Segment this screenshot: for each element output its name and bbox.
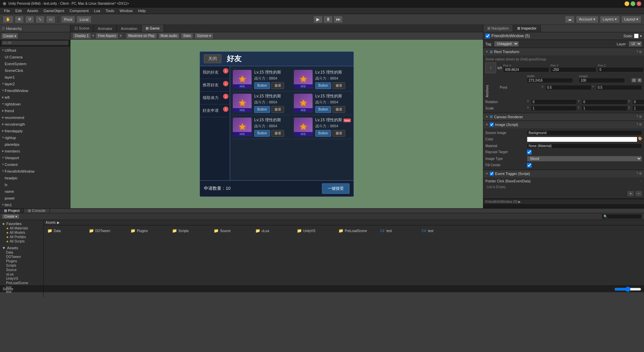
layout-button[interactable]: Layout ▾ — [621, 16, 641, 23]
rect-tool-button[interactable]: ▭ — [46, 16, 55, 23]
tree-plugins[interactable]: Plugins — [1, 259, 43, 263]
tree-scripts[interactable]: Scripts — [1, 263, 43, 268]
tab-animator[interactable]: Animator — [94, 25, 117, 32]
tree-item-friend[interactable]: ▶friend — [0, 107, 70, 114]
pivot-button[interactable]: Pivot — [61, 16, 75, 23]
pos-z-input[interactable] — [598, 67, 644, 72]
pause-button[interactable]: ⏸ — [323, 16, 333, 23]
tag-select[interactable]: Untagged — [494, 41, 519, 47]
scale-z-input[interactable] — [632, 106, 644, 111]
scale-y-input[interactable] — [582, 106, 628, 111]
img-ref-icon[interactable]: ? — [636, 123, 638, 126]
play-button[interactable]: ▶ — [313, 16, 323, 23]
friend-button-6[interactable]: Button — [315, 130, 331, 137]
hierarchy-search[interactable] — [1, 40, 69, 45]
friend-button-3[interactable]: Button — [254, 106, 270, 113]
tree-item-sceneclick[interactable]: SceneClick — [0, 67, 70, 74]
tab-navigation[interactable]: ⊞ Navigation — [483, 25, 513, 32]
close-button[interactable]: ✕ — [637, 1, 641, 6]
favorites-header[interactable]: ★ Favorites — [1, 221, 43, 226]
tree-data[interactable]: Data — [1, 250, 43, 255]
tree-item-headpic[interactable]: headpic — [0, 175, 70, 181]
tree-item-planetips[interactable]: planetips — [0, 141, 70, 148]
scale-tool-button[interactable]: ⤡ — [36, 16, 45, 23]
tree-item-recommend[interactable]: ▶recommend — [0, 114, 70, 121]
menu-edit[interactable]: Edit — [13, 7, 24, 14]
raycast-checkbox[interactable] — [527, 150, 532, 155]
image-enabled-checkbox[interactable] — [490, 123, 494, 127]
friend-chat-1[interactable]: 邀请 — [271, 82, 284, 89]
tree-preloadscene[interactable]: PreLoadScene — [1, 281, 43, 285]
asset-preloadscene[interactable]: 📁 PreLoadScene — [337, 227, 377, 234]
pos-x-input[interactable] — [503, 67, 549, 72]
tree-item-recvstrength[interactable]: ▶recvstrength — [0, 121, 70, 128]
friend-chat-5[interactable]: 邀请 — [271, 130, 284, 137]
tab-recommend-friends[interactable]: 推荐好友 1 — [200, 79, 230, 92]
maximize-on-play-button[interactable]: Maximize on Play — [126, 33, 157, 39]
scale-x-input[interactable] — [531, 106, 577, 111]
tab-scene[interactable]: ☷ Scene — [70, 25, 94, 32]
hierarchy-create-button[interactable]: Create ▾ — [1, 33, 18, 39]
menu-file[interactable]: File — [1, 7, 13, 14]
maximize-button[interactable]: □ — [631, 1, 635, 6]
static-checkbox[interactable] — [634, 34, 639, 38]
asset-ulua[interactable]: 📁 uLua — [254, 227, 294, 234]
tree-source[interactable]: Source — [1, 268, 43, 272]
mute-audio-button[interactable]: Mute audio — [158, 33, 179, 39]
pos-y-input[interactable] — [550, 67, 596, 72]
tab-game[interactable]: ⊞ Game — [142, 25, 164, 32]
asset-data[interactable]: 📁 Data — [46, 227, 86, 234]
tree-item-lv[interactable]: lv — [0, 181, 70, 188]
layers-button[interactable]: Layers ▾ — [600, 16, 620, 23]
move-tool-button[interactable]: ✥ — [15, 16, 24, 23]
friend-chat-6[interactable]: 邀请 — [332, 130, 345, 137]
source-image-input[interactable] — [527, 130, 642, 135]
friend-button-1[interactable]: Button — [254, 82, 270, 89]
image-type-select[interactable]: Sliced — [527, 156, 642, 162]
rt-settings-icon[interactable]: ⚙ — [639, 50, 642, 54]
friend-chat-2[interactable]: 邀请 — [332, 82, 345, 89]
menu-lua[interactable]: Lua — [91, 7, 103, 14]
pivot-x-input[interactable] — [545, 85, 591, 90]
fill-center-checkbox[interactable] — [527, 163, 532, 168]
accept-all-button[interactable]: 一键接受 — [322, 183, 350, 194]
rot-x-input[interactable] — [531, 99, 577, 104]
fav-all-prefabs[interactable]: ★All Prefabs — [1, 235, 43, 239]
project-create-button[interactable]: Create ▾ — [2, 214, 19, 219]
rotate-tool-button[interactable]: ↺ — [25, 16, 34, 23]
friend-button-2[interactable]: Button — [315, 82, 331, 89]
project-search-input[interactable] — [602, 214, 642, 219]
tree-item-content[interactable]: ▼Content — [0, 161, 70, 168]
asset-test2[interactable]: C# test — [420, 227, 460, 234]
minimize-button[interactable]: ─ — [625, 1, 629, 6]
object-enabled-checkbox[interactable] — [485, 34, 490, 38]
event-add-button[interactable]: + — [627, 191, 634, 196]
tab-console[interactable]: ⊞ Console — [24, 209, 50, 213]
menu-tools[interactable]: Tools — [103, 7, 117, 14]
asset-unityvs[interactable]: 📁 UnityVS — [295, 227, 335, 234]
tree-ulua[interactable]: uLua — [1, 272, 43, 276]
blueprint-button[interactable]: ⊡ — [631, 78, 637, 83]
tree-item-friendwindow[interactable]: ▼FriendWindow — [0, 87, 70, 94]
tree-item-members[interactable]: ▶members — [0, 148, 70, 155]
rot-z-input[interactable] — [632, 99, 644, 104]
height-input[interactable] — [579, 78, 625, 83]
asset-source[interactable]: 📁 Source — [212, 227, 252, 234]
friend-chat-3[interactable]: 邀请 — [271, 106, 284, 113]
tree-item-viewport[interactable]: ▼Viewport — [0, 155, 70, 161]
asset-plugins[interactable]: 📁 Plugins — [129, 227, 169, 234]
canvas-renderer-header[interactable]: ▼ ⊞ Canvas Renderer ? ⚙ — [483, 113, 644, 121]
friend-chat-4[interactable]: 邀请 — [332, 106, 345, 113]
rect-transform-header[interactable]: ▼ ⊞ Rect Transform ? ⚙ — [483, 48, 644, 55]
rot-y-input[interactable] — [582, 99, 628, 104]
menu-help[interactable]: Help — [136, 7, 149, 14]
fav-all-models[interactable]: ★All Models — [1, 230, 43, 235]
friend-button-4[interactable]: Button — [315, 106, 331, 113]
color-picker-icon[interactable]: 🎨 — [638, 137, 642, 142]
tree-item-uiroot[interactable]: ▼UIRoot — [0, 47, 70, 54]
tree-unityvs[interactable]: UnityVS — [1, 276, 43, 281]
tree-item-power[interactable]: power — [0, 195, 70, 202]
r-button[interactable]: R — [637, 78, 642, 83]
step-button[interactable]: ⏭ — [333, 16, 343, 23]
gizmos-button[interactable]: Gizmos ▾ — [195, 33, 213, 39]
